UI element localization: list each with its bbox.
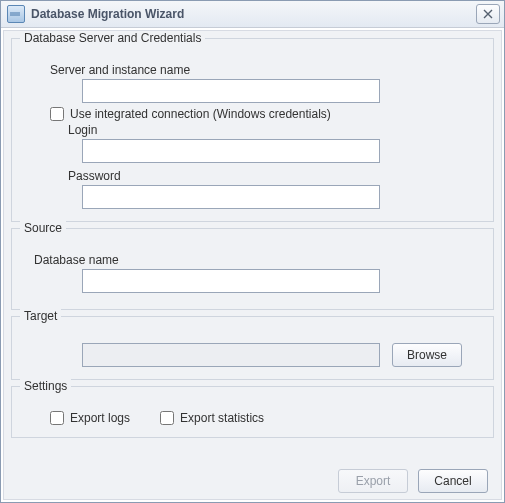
group-source: Source Database name	[11, 228, 494, 310]
database-name-label: Database name	[34, 253, 483, 267]
group-settings: Settings Export logs Export statistics	[11, 386, 494, 438]
server-name-label: Server and instance name	[50, 63, 483, 77]
database-name-input[interactable]	[82, 269, 380, 293]
export-statistics-checkbox[interactable]	[160, 411, 174, 425]
target-path-input[interactable]	[82, 343, 380, 367]
export-logs-checkbox[interactable]	[50, 411, 64, 425]
browse-button[interactable]: Browse	[392, 343, 462, 367]
app-icon	[7, 5, 25, 23]
login-label: Login	[68, 123, 483, 137]
integrated-connection-label: Use integrated connection (Windows crede…	[70, 107, 331, 121]
server-name-input[interactable]	[82, 79, 380, 103]
export-statistics-label: Export statistics	[180, 411, 264, 425]
group-target: Target Browse	[11, 316, 494, 380]
dialog-footer: Export Cancel	[11, 463, 494, 493]
dialog-body: Database Server and Credentials Server a…	[3, 30, 502, 500]
export-button[interactable]: Export	[338, 469, 408, 493]
window-title: Database Migration Wizard	[31, 7, 476, 21]
group-credentials: Database Server and Credentials Server a…	[11, 38, 494, 222]
export-logs-label: Export logs	[70, 411, 130, 425]
integrated-connection-checkbox[interactable]	[50, 107, 64, 121]
group-credentials-title: Database Server and Credentials	[20, 31, 205, 45]
dialog-window: Database Migration Wizard Database Serve…	[0, 0, 505, 503]
close-icon	[483, 9, 493, 19]
password-label: Password	[68, 169, 483, 183]
group-target-title: Target	[20, 309, 61, 323]
group-source-title: Source	[20, 221, 66, 235]
group-settings-title: Settings	[20, 379, 71, 393]
cancel-button[interactable]: Cancel	[418, 469, 488, 493]
password-input[interactable]	[82, 185, 380, 209]
close-button[interactable]	[476, 4, 500, 24]
titlebar: Database Migration Wizard	[1, 1, 504, 28]
login-input[interactable]	[82, 139, 380, 163]
